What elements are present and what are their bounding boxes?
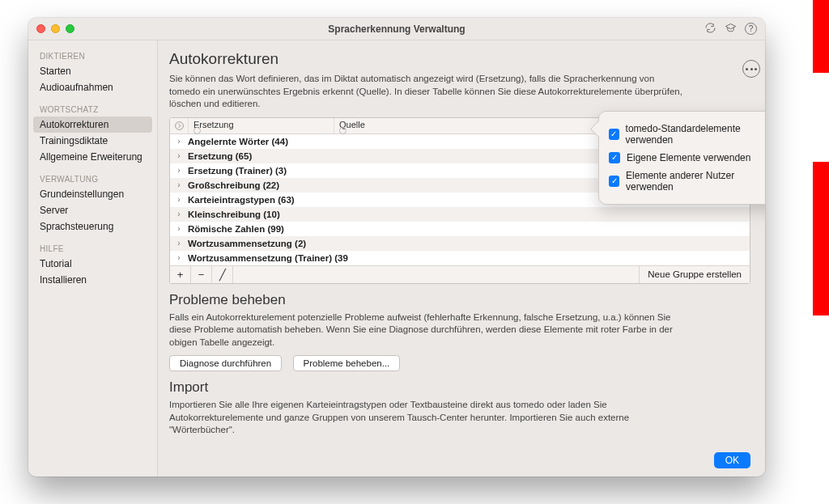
new-group-button[interactable]: Neue Gruppe erstellen bbox=[639, 266, 750, 283]
check-icon: ✓ bbox=[609, 129, 619, 140]
sidebar-item[interactable]: Grundeinstellungen bbox=[28, 186, 157, 202]
checkbox-label: Eigene Elemente verwenden bbox=[627, 152, 750, 163]
chevron-right-icon: › bbox=[170, 151, 188, 160]
edit-button[interactable]: ╱ bbox=[212, 266, 233, 283]
sidebar-group-header: VERWALTUNG bbox=[28, 172, 157, 186]
sidebar-group-header: DIKTIEREN bbox=[28, 49, 157, 63]
sidebar-item[interactable]: Trainingsdiktate bbox=[28, 133, 157, 149]
row-label: Ersetzung (Trainer) (3) bbox=[188, 166, 287, 176]
sidebar-group-header: HILFE bbox=[28, 241, 157, 256]
column-header-ersetzung[interactable]: Ersetzung bbox=[188, 118, 334, 133]
checkbox-label: tomedo-Standardelemente verwenden bbox=[626, 123, 765, 146]
sidebar-item[interactable]: Audioaufnahmen bbox=[28, 79, 157, 95]
chevron-right-icon: › bbox=[170, 137, 188, 146]
sidebar-item[interactable]: Installieren bbox=[28, 272, 157, 288]
decoration bbox=[813, 162, 829, 316]
decoration bbox=[813, 0, 829, 73]
chevron-right-icon: › bbox=[170, 180, 188, 189]
row-label: Römische Zahlen (99) bbox=[188, 224, 284, 234]
problems-heading: Probleme beheben bbox=[169, 292, 750, 308]
chevron-right-icon: › bbox=[170, 195, 188, 204]
remove-button[interactable]: − bbox=[191, 266, 212, 283]
table-row[interactable]: ›Wortzusammensetzung (2) bbox=[170, 236, 750, 251]
main-content: Autokorrekturen Sie können das Wort defi… bbox=[158, 40, 765, 476]
more-menu-button[interactable] bbox=[742, 60, 760, 78]
checkbox-label: Elemente anderer Nutzer verwenden bbox=[626, 170, 765, 193]
app-window: Spracherkennung Verwaltung ? DIKTIERENSt… bbox=[28, 18, 765, 476]
section-heading: Autokorrekturen bbox=[169, 50, 750, 68]
sidebar-item[interactable]: Sprachsteuerung bbox=[28, 218, 157, 235]
section-description: Sie können das Wort definieren, das im D… bbox=[169, 73, 687, 111]
checkbox-others[interactable]: ✓ Elemente anderer Nutzer verwenden bbox=[609, 167, 765, 196]
import-description: Importieren Sie alle Ihre eigenen Kartei… bbox=[169, 399, 687, 437]
column-header-quelle[interactable]: Quelle^ bbox=[334, 118, 620, 133]
sidebar-item[interactable]: Autokorrekturen bbox=[33, 116, 152, 133]
table-row[interactable]: ›Wortzusammensetzung (Trainer) (39 bbox=[170, 251, 750, 265]
check-icon: ✓ bbox=[609, 176, 619, 187]
row-label: Großschreibung (22) bbox=[188, 180, 279, 190]
sidebar-item[interactable]: Tutorial bbox=[28, 256, 157, 272]
sidebar-item[interactable]: Allgemeine Erweiterung bbox=[28, 149, 157, 165]
chevron-right-icon: › bbox=[170, 166, 188, 175]
row-label: Wortzusammensetzung (Trainer) (39 bbox=[188, 253, 348, 263]
row-label: Kleinschreibung (10) bbox=[188, 210, 280, 219]
import-heading: Import bbox=[169, 379, 750, 396]
chevron-right-icon: › bbox=[170, 253, 188, 262]
window-title: Spracherkennung Verwaltung bbox=[28, 23, 765, 35]
table-footer: + − ╱ Neue Gruppe erstellen bbox=[170, 265, 750, 283]
ok-button[interactable]: OK bbox=[714, 452, 750, 468]
chevron-right-icon: › bbox=[170, 210, 188, 218]
row-label: Ersetzung (65) bbox=[188, 151, 252, 161]
check-icon: ✓ bbox=[609, 152, 620, 163]
row-label: Angelernte Wörter (44) bbox=[188, 137, 288, 146]
fix-problems-button[interactable]: Probleme beheben... bbox=[293, 355, 401, 371]
chevron-right-icon: › bbox=[170, 239, 188, 248]
table-row[interactable]: ›Kleinschreibung (10) bbox=[170, 207, 750, 222]
checkbox-standard[interactable]: ✓ tomedo-Standardelemente verwenden bbox=[609, 120, 765, 149]
checkbox-own[interactable]: ✓ Eigene Elemente verwenden bbox=[609, 149, 765, 167]
add-button[interactable]: + bbox=[170, 266, 191, 283]
filter-popover: ✓ tomedo-Standardelemente verwenden ✓ Ei… bbox=[598, 111, 765, 205]
row-label: Karteieintragstypen (63) bbox=[188, 195, 295, 205]
sidebar-item[interactable]: Server bbox=[28, 202, 157, 218]
svg-point-0 bbox=[175, 121, 183, 129]
expand-all-icon[interactable] bbox=[170, 121, 188, 131]
diagnose-button[interactable]: Diagnose durchführen bbox=[169, 355, 282, 371]
sidebar-group-header: WORTSCHATZ bbox=[28, 102, 157, 116]
titlebar: Spracherkennung Verwaltung ? bbox=[28, 18, 765, 40]
sidebar-item[interactable]: Starten bbox=[28, 63, 157, 79]
table-row[interactable]: ›Römische Zahlen (99) bbox=[170, 222, 750, 236]
chevron-right-icon: › bbox=[170, 224, 188, 233]
sidebar: DIKTIERENStartenAudioaufnahmenWORTSCHATZ… bbox=[28, 40, 158, 476]
problems-description: Falls ein Autokorrekturelement potenziel… bbox=[169, 311, 687, 349]
row-label: Wortzusammensetzung (2) bbox=[188, 239, 306, 248]
